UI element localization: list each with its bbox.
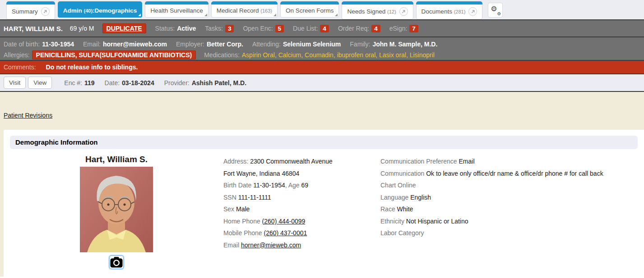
dob-value: 11-30-1954 bbox=[42, 41, 74, 48]
counter-due-list: Due List: 4 bbox=[293, 25, 329, 32]
patient-info-band: Date of birth: 11-30-1954 Email: horner@… bbox=[0, 36, 644, 60]
tab-documents-label: Documents (281) bbox=[422, 8, 466, 15]
field-labor-category: Labor Category bbox=[380, 227, 603, 239]
popout-icon[interactable] bbox=[41, 7, 50, 16]
tab-medical-record[interactable]: Medical Record (163) bbox=[211, 1, 278, 18]
tab-medical-record-label: Medical Record (163) bbox=[217, 7, 272, 14]
patient-display-name: Hart, William S. bbox=[72, 155, 161, 164]
due-list-label: Due List: bbox=[293, 25, 318, 32]
counter-order-req: Order Req: 4 bbox=[338, 25, 380, 32]
status-label: Status: bbox=[155, 25, 175, 32]
status-value: Active bbox=[177, 25, 196, 32]
enc-number-label: Enc #: bbox=[64, 79, 82, 87]
demographics-column-right: Communication Preference Email Communica… bbox=[380, 155, 603, 239]
tab-summary[interactable]: Summary bbox=[6, 1, 55, 19]
tasks-count-badge[interactable]: 3 bbox=[225, 25, 234, 32]
employer-value: Better Corp. bbox=[207, 41, 243, 48]
tab-dropdown-fold bbox=[335, 14, 338, 16]
field-ssn: SSN 111-11-1111 bbox=[223, 191, 333, 204]
counter-open-enc: Open Enc: 5 bbox=[243, 25, 284, 32]
patient-header-bar: HART, WILLIAM S. 69 y/o M DUPLICATE Stat… bbox=[0, 19, 644, 36]
home-phone-link[interactable]: (260) 444-0099 bbox=[262, 218, 306, 225]
enc-number-value: 119 bbox=[84, 79, 95, 87]
tab-bar: Summary Admin (40):Demographics Health S… bbox=[0, 0, 644, 19]
employer-label: Employer: bbox=[176, 41, 204, 48]
patient-age-sex: 69 y/o M bbox=[70, 25, 94, 32]
main-content: Patient Revisions Demographic Informatio… bbox=[0, 92, 644, 277]
enc-date-value: 03-18-2024 bbox=[122, 79, 154, 87]
email-field: Email: horner@mieweb.com bbox=[83, 41, 167, 48]
tab-admin-demographics[interactable]: Admin (40):Demographics bbox=[58, 1, 143, 18]
dob-field: Date of birth: 11-30-1954 bbox=[4, 41, 74, 48]
field-communication-preference: Communication Preference Email bbox=[380, 155, 603, 168]
patient-name: HART, WILLIAM S. bbox=[4, 25, 63, 32]
email-link[interactable]: horner@mieweb.com bbox=[241, 242, 301, 249]
panel-title: Demographic Information bbox=[10, 136, 638, 149]
tab-on-screen-forms-label: On Screen Forms bbox=[286, 7, 334, 14]
field-birth-date: Birth Date 11-30-1954, Age 69 bbox=[223, 179, 333, 191]
demographics-column-left: Address: 2300 Commonwealth Avenue Fort W… bbox=[223, 155, 333, 251]
status-field: Status: Active bbox=[155, 25, 196, 32]
patient-revisions-link[interactable]: Patient Revisions bbox=[4, 112, 52, 119]
attending-label: Attending: bbox=[252, 41, 281, 48]
popout-icon[interactable] bbox=[468, 7, 477, 16]
visit-button[interactable]: Visit bbox=[4, 77, 26, 89]
tab-cap bbox=[211, 1, 278, 5]
camera-icon bbox=[110, 256, 123, 268]
field-email: Email horner@mieweb.com bbox=[223, 239, 333, 251]
attending-value: Selenium Selenium bbox=[283, 41, 341, 48]
order-req-count-badge[interactable]: 4 bbox=[371, 25, 380, 32]
field-home-phone: Home Phone (260) 444-0099 bbox=[223, 215, 333, 228]
tab-on-screen-forms[interactable]: On Screen Forms bbox=[280, 1, 339, 18]
settings-gear-button[interactable]: ⚙ ⚙ bbox=[488, 3, 503, 18]
patient-photo bbox=[80, 167, 153, 252]
tab-cap bbox=[6, 1, 55, 5]
allergies-value-badge[interactable]: PENICILLINS, SULFA(SULFONAMIDE ANTIBIOTI… bbox=[32, 50, 196, 59]
popout-icon[interactable] bbox=[399, 7, 408, 16]
tab-health-surveillance[interactable]: Health Surveillance bbox=[145, 1, 208, 18]
patient-photo-block: Hart, William S. bbox=[72, 155, 161, 270]
esign-label: eSign: bbox=[389, 25, 408, 32]
field-address-line2: Fort Wayne, Indiana 46804 bbox=[223, 168, 333, 180]
tasks-label: Tasks: bbox=[205, 25, 223, 32]
field-chart-online: Chart Online bbox=[380, 179, 603, 191]
field-language: Language English bbox=[380, 191, 603, 204]
tab-admin-label: Admin (40):Demographics bbox=[63, 7, 137, 14]
duplicate-flag[interactable]: DUPLICATE bbox=[102, 23, 146, 33]
tab-health-surveillance-label: Health Surveillance bbox=[150, 7, 203, 14]
counter-tasks: Tasks: 3 bbox=[205, 25, 234, 32]
due-list-count-badge[interactable]: 4 bbox=[320, 25, 329, 32]
view-button[interactable]: View bbox=[28, 77, 52, 89]
family-label: Family: bbox=[350, 41, 370, 48]
enc-date-label: Date: bbox=[105, 79, 120, 87]
esign-count-badge[interactable]: 7 bbox=[409, 25, 418, 32]
family-value: John M. Sample, M.D. bbox=[372, 41, 437, 48]
attending-field: Attending: Selenium Selenium bbox=[252, 41, 341, 48]
comments-bar: Comments: Do not release info to sibling… bbox=[0, 60, 644, 73]
enc-provider-value: Ashish Patel, M.D. bbox=[192, 79, 246, 87]
field-ethnicity: Ethnicity Not Hispanic or Latino bbox=[380, 215, 603, 228]
tab-documents[interactable]: Documents (281) bbox=[416, 1, 483, 19]
field-address: Address: 2300 Commonwealth Avenue bbox=[223, 155, 333, 168]
comments-value: Do not release info to siblings. bbox=[46, 64, 138, 71]
open-enc-label: Open Enc: bbox=[243, 25, 273, 32]
tab-dropdown-fold bbox=[138, 14, 141, 16]
tab-cap bbox=[280, 1, 339, 5]
gear-small-icon: ⚙ bbox=[497, 11, 501, 16]
dob-label: Date of birth: bbox=[4, 41, 40, 48]
field-communication: Communication Ok to leave only office/dr… bbox=[380, 168, 603, 180]
employer-field: Employer: Better Corp. bbox=[176, 41, 243, 48]
patient-info-row1: Date of birth: 11-30-1954 Email: horner@… bbox=[4, 39, 640, 49]
tab-dropdown-fold bbox=[273, 14, 276, 16]
open-enc-count-badge[interactable]: 5 bbox=[275, 25, 284, 32]
gear-icon: ⚙ bbox=[491, 5, 497, 13]
tab-dropdown-fold bbox=[204, 14, 207, 16]
demographics-panel: Demographic Information Hart, William S. bbox=[4, 130, 644, 277]
update-photo-button[interactable] bbox=[110, 256, 123, 269]
tab-cap bbox=[58, 1, 143, 5]
mobile-phone-link[interactable]: (260) 437-0001 bbox=[264, 229, 307, 237]
tab-cap bbox=[145, 1, 208, 5]
email-value: horner@mieweb.com bbox=[103, 41, 167, 48]
tab-needs-signed[interactable]: Needs Signed (12) bbox=[342, 1, 413, 19]
medications-list[interactable]: Aspirin Oral, Calcium, Coumadin, ibuprof… bbox=[242, 51, 435, 59]
